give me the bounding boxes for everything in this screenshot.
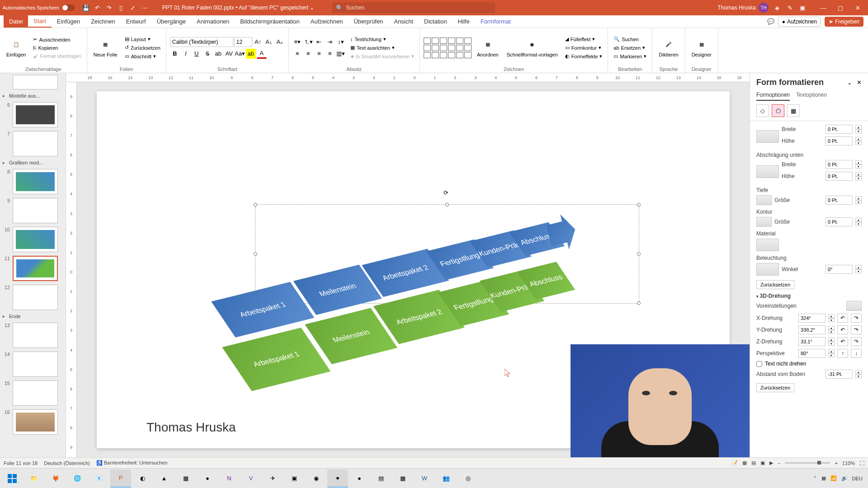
dictate-button[interactable]: 🎤Diktieren xyxy=(656,37,681,59)
persp-down-icon[interactable]: ↓ xyxy=(851,349,862,358)
fit-to-window-icon[interactable]: ⛶ xyxy=(859,460,864,466)
thumb-15[interactable] xyxy=(13,380,58,406)
start-button[interactable] xyxy=(2,469,23,488)
pane-options-icon[interactable]: ⌄ xyxy=(847,79,852,86)
section-header[interactable]: Ende xyxy=(0,312,66,321)
tab-file[interactable]: Datei xyxy=(4,15,28,28)
decrease-font-icon[interactable]: A↓ xyxy=(264,37,274,47)
rotate-cw-icon[interactable]: ↶ xyxy=(837,337,848,346)
app-icon[interactable]: ● xyxy=(327,469,348,488)
reset-3d-format-button[interactable]: Zurücksetzen xyxy=(756,280,794,289)
line-spacing-button[interactable]: ↕▾ xyxy=(336,37,346,47)
quick-styles-button[interactable]: ◉Schnellformat-vorlagen xyxy=(504,37,561,59)
app-icon[interactable]: ▤ xyxy=(371,469,392,488)
app-icon[interactable]: ● xyxy=(197,469,218,488)
depth-color[interactable] xyxy=(756,195,772,205)
search-bar[interactable]: 🔍 xyxy=(332,2,495,13)
tab-view[interactable]: Ansicht xyxy=(388,15,419,28)
rotate-right-icon[interactable]: ↷ xyxy=(851,314,862,323)
increase-indent-button[interactable]: ⇥ xyxy=(325,37,335,47)
vlc-icon[interactable]: ▲ xyxy=(154,469,175,488)
numbering-button[interactable]: ⒈▾ xyxy=(303,37,313,47)
justify-button[interactable]: ≡ xyxy=(325,49,335,59)
contour-size[interactable] xyxy=(826,217,853,226)
telegram-icon[interactable]: ✈ xyxy=(262,469,283,488)
resize-handle[interactable] xyxy=(637,252,641,256)
bevel-bottom-width[interactable] xyxy=(826,160,853,169)
ink-icon[interactable]: ✎ xyxy=(786,4,794,12)
strike-button[interactable]: S̶ xyxy=(203,49,212,59)
layout-button[interactable]: ▤Layout ▾ xyxy=(123,35,162,43)
lighting-angle[interactable] xyxy=(826,265,853,274)
slide-counter[interactable]: Folie 11 von 18 xyxy=(4,460,38,466)
thumb-14[interactable] xyxy=(13,352,58,377)
autosave-toggle[interactable] xyxy=(62,5,75,11)
font-color-button[interactable]: A xyxy=(257,49,267,59)
zoom-in-button[interactable]: + xyxy=(835,460,837,466)
reset-slide-button[interactable]: ↺Zurücksetzen xyxy=(123,44,162,52)
record-button[interactable]: ● Aufzeichnen xyxy=(778,17,821,27)
visio-icon[interactable]: V xyxy=(241,469,261,488)
perspective[interactable] xyxy=(798,349,826,358)
decrease-indent-button[interactable]: ⇤ xyxy=(314,37,324,47)
firefox-icon[interactable]: 🦊 xyxy=(45,469,66,488)
coming-soon-icon[interactable]: ◈ xyxy=(773,4,781,12)
onenote-icon[interactable]: N xyxy=(219,469,240,488)
clear-format-icon[interactable]: Aₓ xyxy=(275,37,285,47)
thumb-12[interactable] xyxy=(13,285,58,310)
save-icon[interactable]: 💾 xyxy=(82,4,90,12)
bullets-button[interactable]: ≡▾ xyxy=(292,37,302,47)
section-header[interactable]: Grafiken mod... xyxy=(0,158,66,167)
normal-view-icon[interactable]: ▦ xyxy=(742,460,747,466)
pane-close-icon[interactable]: ✕ xyxy=(857,79,862,86)
thumb-16[interactable] xyxy=(13,409,58,435)
thumb-7[interactable] xyxy=(13,131,58,156)
z-rotation[interactable] xyxy=(798,337,826,346)
replace-button[interactable]: abErsetzen ▾ xyxy=(612,44,648,52)
font-size-combo[interactable]: 12 xyxy=(234,37,252,47)
app-icon[interactable]: ◎ xyxy=(458,469,478,488)
new-slide-button[interactable]: ▦ Neue Folie xyxy=(91,37,120,59)
rotate-down-icon[interactable]: ↷ xyxy=(851,325,862,334)
tray-network-icon[interactable]: 📶 xyxy=(830,475,837,481)
tray-lang[interactable]: DEU xyxy=(852,476,863,481)
resize-handle[interactable] xyxy=(637,203,641,206)
section-header[interactable]: Modelle aus... xyxy=(0,91,66,100)
search-input[interactable] xyxy=(346,5,491,11)
document-title[interactable]: PPT 01 Roter Faden 002.pptx • Auf "diese… xyxy=(162,5,315,11)
zoom-out-button[interactable]: − xyxy=(778,460,780,466)
tab-shape-format[interactable]: Formformat xyxy=(475,15,516,28)
bevel-top-sample[interactable] xyxy=(756,130,779,143)
shape-outline-button[interactable]: ▭Formkontur ▾ xyxy=(563,44,604,52)
reading-view-icon[interactable]: ▣ xyxy=(760,460,765,466)
touch-mode-icon[interactable]: ⤢ xyxy=(129,4,137,12)
persp-up-icon[interactable]: ↑ xyxy=(837,349,848,358)
pane-tab-shape[interactable]: Formoptionen xyxy=(756,92,790,101)
tab-slideshow[interactable]: Bildschirmpräsentation xyxy=(235,15,305,28)
thumb-11[interactable] xyxy=(13,256,58,281)
tab-insert[interactable]: Einfügen xyxy=(52,15,85,28)
tab-draw[interactable]: Zeichnen xyxy=(85,15,120,28)
outlook-icon[interactable]: 📧 xyxy=(89,469,109,488)
sorter-view-icon[interactable]: ▤ xyxy=(751,460,756,466)
format-painter-button[interactable]: 🖌Format übertragen xyxy=(31,52,83,60)
ribbon-display-icon[interactable]: ▣ xyxy=(798,4,807,12)
highlight-button[interactable]: ab xyxy=(246,49,256,59)
align-right-button[interactable]: ≡ xyxy=(314,49,324,59)
start-from-beginning-icon[interactable]: ▯ xyxy=(117,4,125,12)
x-rotation[interactable] xyxy=(798,314,826,323)
zoom-level[interactable]: 110% xyxy=(842,460,855,466)
font-name-combo[interactable]: Calibri (Textkörper) xyxy=(170,37,233,47)
tab-start[interactable]: Start xyxy=(28,15,51,28)
section-3d-rotation[interactable]: 3D-Drehung xyxy=(756,293,862,299)
share-button[interactable]: ➤ Freigeben xyxy=(825,17,863,27)
cut-button[interactable]: ✂Ausschneiden xyxy=(31,36,83,43)
shadow-button[interactable]: ab xyxy=(213,49,223,59)
thumb-13[interactable] xyxy=(13,323,58,348)
chrome-icon[interactable]: 🌐 xyxy=(67,469,88,488)
thumb-10[interactable] xyxy=(13,227,58,252)
rotation-preset[interactable] xyxy=(846,301,862,311)
select-button[interactable]: ▭Markieren ▾ xyxy=(612,52,648,60)
comments-icon[interactable]: 💬 xyxy=(767,18,774,25)
bevel-bottom-sample[interactable] xyxy=(756,165,779,178)
